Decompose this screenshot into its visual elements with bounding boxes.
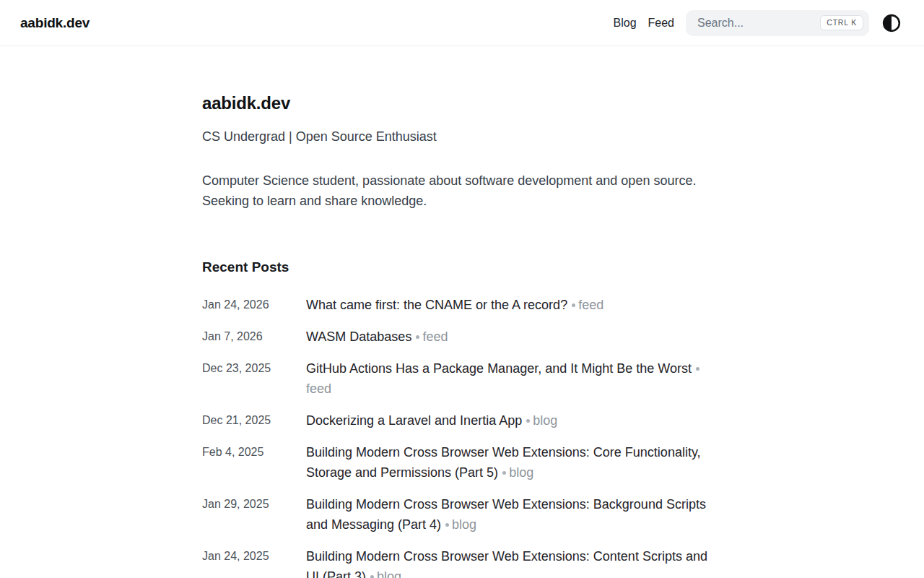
post-title-link[interactable]: Dockerizing a Laravel and Inertia App [306,413,522,428]
post-main: GitHub Actions Has a Package Manager, an… [306,358,722,399]
post-tag-link[interactable]: feed [422,329,448,344]
post-row: Jan 29, 2025 Building Modern Cross Brows… [202,494,722,535]
post-main: Building Modern Cross Browser Web Extens… [306,546,722,578]
post-tag-link[interactable]: feed [306,381,331,396]
bullet-separator [502,471,506,475]
main-content: aabidk.dev CS Undergrad | Open Source En… [202,46,722,578]
site-header: aabidk.dev Blog Feed CTRL K [0,0,924,46]
post-main: What came first: the CNAME or the A reco… [306,295,722,315]
post-title-link[interactable]: WASM Databases [306,329,411,344]
header-right: Blog Feed CTRL K [614,10,903,36]
search-input[interactable] [697,17,820,30]
post-title-link[interactable]: Building Modern Cross Browser Web Extens… [306,445,701,480]
post-list: Jan 24, 2026 What came first: the CNAME … [202,295,722,578]
post-main: Building Modern Cross Browser Web Extens… [306,442,722,483]
search-box[interactable]: CTRL K [686,10,869,36]
post-date: Feb 4, 2025 [202,442,306,483]
post-title-link[interactable]: GitHub Actions Has a Package Manager, an… [306,361,692,376]
post-title-link[interactable]: Building Modern Cross Browser Web Extens… [306,497,706,532]
post-main: Building Modern Cross Browser Web Extens… [306,494,722,535]
hero-bio-line2: Seeking to learn and share knowledge. [202,191,722,211]
post-tag-link[interactable]: blog [452,517,476,532]
post-main: WASM Databasesfeed [306,327,722,347]
page-title: aabidk.dev [202,92,722,115]
post-tag-link[interactable]: blog [533,413,557,428]
bullet-separator [445,523,449,527]
theme-toggle-button[interactable] [881,12,902,34]
post-title-link[interactable]: Building Modern Cross Browser Web Extens… [306,549,707,578]
post-row: Dec 21, 2025 Dockerizing a Laravel and I… [202,410,722,431]
bullet-separator [526,419,530,423]
post-date: Dec 23, 2025 [202,358,306,399]
hero-subtitle: CS Undergrad | Open Source Enthusiast [202,126,722,147]
post-main: Dockerizing a Laravel and Inertia Appblo… [306,410,722,431]
bullet-separator [572,303,575,307]
post-row: Dec 23, 2025 GitHub Actions Has a Packag… [202,358,722,399]
post-tag-link[interactable]: blog [377,569,401,578]
post-row: Jan 24, 2025 Building Modern Cross Brows… [202,546,722,578]
post-date: Jan 29, 2025 [202,494,306,535]
hero-bio: Computer Science student, passionate abo… [202,171,722,211]
contrast-icon [882,14,901,33]
nav-link-feed[interactable]: Feed [648,17,674,30]
post-title-link[interactable]: What came first: the CNAME or the A reco… [306,298,567,312]
main-nav: Blog Feed [614,17,675,30]
bullet-separator [370,575,374,578]
search-shortcut-badge: CTRL K [820,15,863,30]
recent-posts-heading: Recent Posts [202,260,722,275]
post-date: Jan 24, 2025 [202,546,306,578]
post-date: Dec 21, 2025 [202,410,306,431]
recent-posts-section: Recent Posts Jan 24, 2026 What came firs… [202,260,722,578]
post-row: Jan 7, 2026 WASM Databasesfeed [202,327,722,347]
post-date: Jan 24, 2026 [202,295,306,315]
post-row: Feb 4, 2025 Building Modern Cross Browse… [202,442,722,483]
post-row: Jan 24, 2026 What came first: the CNAME … [202,295,722,315]
nav-link-blog[interactable]: Blog [614,17,637,30]
post-date: Jan 7, 2026 [202,327,306,347]
bullet-separator [416,335,419,339]
hero-bio-line1: Computer Science student, passionate abo… [202,171,722,191]
post-tag-link[interactable]: blog [509,465,533,480]
site-logo[interactable]: aabidk.dev [20,15,90,31]
bullet-separator [696,367,699,371]
post-tag-link[interactable]: feed [578,298,603,312]
